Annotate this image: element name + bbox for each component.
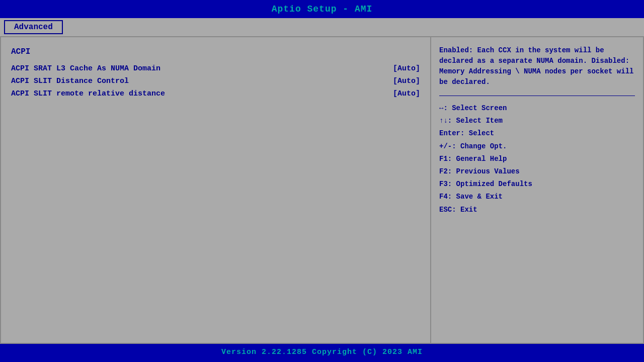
- key-help-line: F2: Previous Values: [439, 165, 635, 178]
- key-desc: Select Screen: [452, 104, 507, 112]
- menu-item-value: [Auto]: [393, 77, 420, 85]
- key-label: F3:: [439, 180, 456, 188]
- nav-tab-advanced[interactable]: Advanced: [4, 20, 63, 34]
- key-help-line: ↑↓: Select Item: [439, 115, 635, 127]
- left-panel: ACPI ACPI SRAT L3 Cache As NUMA Domain[A…: [1, 37, 431, 343]
- key-desc: Previous Values: [456, 167, 520, 175]
- app-title: Aptio Setup - AMI: [272, 4, 373, 14]
- key-label: +/-:: [439, 142, 460, 150]
- key-help-line: F3: Optimized Defaults: [439, 178, 635, 191]
- menu-item-label: ACPI SLIT Distance Control: [11, 77, 393, 85]
- main-content: ACPI ACPI SRAT L3 Cache As NUMA Domain[A…: [0, 36, 644, 344]
- key-help: ↔: Select Screen↑↓: Select ItemEnter: Se…: [439, 102, 635, 216]
- key-desc: Save & Exit: [456, 193, 503, 201]
- section-title: ACPI: [11, 47, 420, 56]
- key-desc: Exit: [460, 206, 477, 214]
- key-help-line: F1: General Help: [439, 153, 635, 165]
- key-desc: Select Item: [456, 117, 503, 125]
- help-text: Enabled: Each CCX in the system will be …: [439, 45, 635, 87]
- menu-item-value: [Auto]: [393, 89, 420, 98]
- menu-item[interactable]: ACPI SRAT L3 Cache As NUMA Domain[Auto]: [11, 64, 420, 73]
- key-help-line: ESC: Exit: [439, 204, 635, 216]
- menu-item-label: ACPI SLIT remote relative distance: [11, 89, 393, 98]
- key-desc: Change Opt.: [460, 142, 507, 150]
- menu-item[interactable]: ACPI SLIT Distance Control[Auto]: [11, 77, 420, 85]
- title-bar: Aptio Setup - AMI: [0, 0, 644, 18]
- key-desc: General Help: [456, 155, 507, 163]
- key-label: F4:: [439, 193, 456, 201]
- key-label: Enter:: [439, 129, 469, 137]
- key-label: ↔:: [439, 104, 452, 112]
- right-panel: Enabled: Each CCX in the system will be …: [431, 37, 643, 343]
- key-help-line: F4: Save & Exit: [439, 191, 635, 203]
- key-label: F1:: [439, 155, 456, 163]
- menu-items: ACPI SRAT L3 Cache As NUMA Domain[Auto]A…: [11, 64, 420, 98]
- key-desc: Optimized Defaults: [456, 180, 532, 188]
- key-help-line: Enter: Select: [439, 127, 635, 140]
- menu-item[interactable]: ACPI SLIT remote relative distance[Auto]: [11, 89, 420, 98]
- menu-item-value: [Auto]: [393, 64, 420, 73]
- key-desc: Select: [469, 129, 494, 137]
- menu-item-label: ACPI SRAT L3 Cache As NUMA Domain: [11, 64, 393, 73]
- key-help-line: +/-: Change Opt.: [439, 140, 635, 153]
- footer-text: Version 2.22.1285 Copyright (C) 2023 AMI: [221, 348, 423, 356]
- divider: [439, 96, 635, 96]
- key-label: ESC:: [439, 206, 460, 214]
- key-help-line: ↔: Select Screen: [439, 102, 635, 115]
- footer: Version 2.22.1285 Copyright (C) 2023 AMI: [0, 344, 644, 360]
- nav-bar: Advanced: [0, 18, 644, 36]
- key-label: ↑↓:: [439, 117, 456, 125]
- key-label: F2:: [439, 167, 456, 175]
